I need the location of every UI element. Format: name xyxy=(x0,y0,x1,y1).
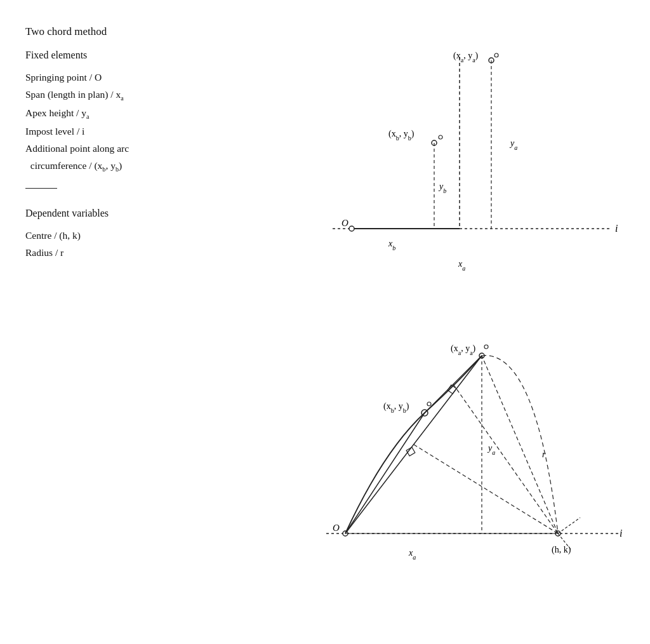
svg-text:xa: xa xyxy=(408,548,416,561)
dependent-title: Dependent variables xyxy=(25,208,267,219)
svg-text:xa: xa xyxy=(458,259,465,272)
list-item-span: Span (length in plan) / xa xyxy=(25,86,267,104)
svg-point-4 xyxy=(349,226,354,231)
svg-text:ya: ya xyxy=(509,138,517,151)
svg-text:O: O xyxy=(333,523,340,533)
svg-line-31 xyxy=(345,356,482,533)
svg-text:xb: xb xyxy=(388,239,395,252)
list-item-impost: Impost level / i xyxy=(25,123,267,140)
svg-text:O: O xyxy=(342,218,348,228)
svg-line-33 xyxy=(345,413,425,533)
list-item-springing: Springing point / O xyxy=(25,69,267,86)
svg-line-34 xyxy=(414,445,558,533)
svg-text:(xb, yb): (xb, yb) xyxy=(383,401,409,414)
svg-point-25 xyxy=(484,345,488,349)
left-column: Two chord method Fixed elements Springin… xyxy=(25,19,267,625)
svg-point-9 xyxy=(439,135,442,139)
top-diagram: i O (xb, yb) (xa, ya) y xyxy=(295,19,625,286)
bottom-diagram: i O (xa, ya) (xb, yb) (h, k) xyxy=(295,292,625,644)
svg-text:(xa, ya): (xa, ya) xyxy=(453,51,479,64)
svg-text:i: i xyxy=(615,223,618,234)
svg-text:(xa, ya): (xa, ya) xyxy=(451,344,476,356)
page: Two chord method Fixed elements Springin… xyxy=(0,0,650,644)
right-column: i O (xb, yb) (xa, ya) y xyxy=(267,19,625,625)
svg-line-43 xyxy=(558,518,580,533)
fixed-elements-title: Fixed elements xyxy=(25,50,267,61)
list-item-apex: Apex height / ya xyxy=(25,104,267,123)
svg-text:ya: ya xyxy=(487,443,495,456)
svg-point-28 xyxy=(427,402,431,406)
svg-text:(h, k): (h, k) xyxy=(552,545,571,555)
dependent-list: Centre / (h, k) Radius / r xyxy=(25,227,267,261)
list-item-centre: Centre / (h, k) xyxy=(25,227,267,244)
list-item-additional: Additional point along arc circumference… xyxy=(25,140,267,175)
svg-line-38 xyxy=(482,356,558,533)
divider xyxy=(25,188,57,189)
fixed-elements-list: Springing point / O Span (length in plan… xyxy=(25,69,267,175)
page-title: Two chord method xyxy=(25,25,267,38)
dependent-section: Dependent variables Centre / (h, k) Radi… xyxy=(25,208,267,261)
list-item-radius: Radius / r xyxy=(25,244,267,261)
svg-text:i: i xyxy=(620,528,622,539)
svg-text:(xb, yb): (xb, yb) xyxy=(388,129,415,142)
svg-text:yb: yb xyxy=(438,182,446,194)
svg-point-13 xyxy=(494,53,498,57)
